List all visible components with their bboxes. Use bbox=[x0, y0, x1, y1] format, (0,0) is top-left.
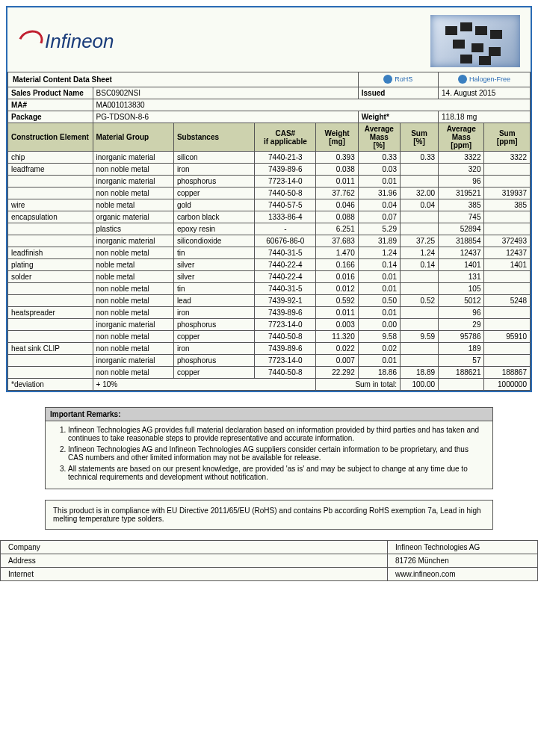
column-headers: Construction Element Material Group Subs… bbox=[8, 123, 531, 152]
table-row: inorganic materialphosphorus7723-14-00.0… bbox=[8, 319, 531, 331]
table-row: non noble metalcopper7440-50-837.76231.9… bbox=[8, 188, 531, 199]
table-row: encapsulationorganic materialcarbon blac… bbox=[8, 211, 531, 223]
package-value: PG-TDSON-8-6 bbox=[93, 111, 358, 123]
table-row: heatspreadernon noble metaliron7439-89-6… bbox=[8, 307, 531, 319]
ma-label: MA# bbox=[8, 99, 93, 111]
table-row: inorganic materialphosphorus7723-14-00.0… bbox=[8, 355, 531, 367]
table-row: wirenoble metalgold7440-57-50.0460.040.0… bbox=[8, 199, 531, 211]
doc-title: Material Content Data Sheet bbox=[8, 72, 359, 87]
company-box: CompanyInfineon Technologies AG Address8… bbox=[0, 540, 538, 581]
logo-text: Infineon bbox=[45, 30, 114, 53]
issued-value: 14. August 2015 bbox=[439, 87, 531, 99]
table-row: plasticsepoxy resin-6.2515.2952894 bbox=[8, 223, 531, 235]
weight-label: Weight* bbox=[358, 111, 438, 123]
main-table: Material Content Data Sheet RoHS Halogen… bbox=[7, 72, 531, 391]
table-row: non noble metalcopper7440-50-811.3209.58… bbox=[8, 331, 531, 343]
halogenfree-icon bbox=[458, 75, 467, 84]
table-row: inorganic materialphosphorus7723-14-00.0… bbox=[8, 176, 531, 188]
issued-label: Issued bbox=[358, 87, 438, 99]
table-row: leadframenon noble metaliron7439-89-60.0… bbox=[8, 164, 531, 176]
compliance-box: This product is in compliance with EU Di… bbox=[45, 500, 493, 530]
chips-photo bbox=[430, 15, 520, 67]
header: Infineon bbox=[7, 7, 531, 72]
remarks-title: Important Remarks: bbox=[46, 408, 492, 421]
remarks-list: Infineon Technologies AG provides full m… bbox=[53, 426, 485, 481]
remarks-item: All statements are based on our present … bbox=[68, 465, 485, 481]
sales-label: Sales Product Name bbox=[8, 87, 93, 99]
rohs-icon bbox=[383, 75, 392, 84]
remarks-item: Infineon Technologies AG provides full m… bbox=[68, 426, 485, 442]
logo-swirl-icon bbox=[15, 26, 47, 56]
rohs-badge: RoHS bbox=[383, 75, 412, 84]
infineon-logo: Infineon bbox=[18, 30, 114, 53]
table-row: non noble metalcopper7440-50-822.29218.8… bbox=[8, 367, 531, 379]
table-row: soldernoble metalsilver7440-22-40.0160.0… bbox=[8, 271, 531, 283]
table-row: chipinorganic materialsilicon7440-21-30.… bbox=[8, 152, 531, 164]
datasheet-page: Infineon Material Content Data Sheet RoH… bbox=[6, 6, 532, 392]
weight-value: 118.18 mg bbox=[439, 111, 531, 123]
table-row: inorganic materialsilicondioxide60676-86… bbox=[8, 235, 531, 247]
remarks-box: Important Remarks: Infineon Technologies… bbox=[45, 407, 493, 489]
table-row: heat sink CLIPnon noble metaliron7439-89… bbox=[8, 343, 531, 355]
remarks-item: Infineon Technologies AG and Infineon Te… bbox=[68, 445, 485, 462]
sales-value: BSC0902NSI bbox=[93, 87, 358, 99]
halogenfree-badge: Halogen-Free bbox=[458, 75, 510, 84]
table-row: non noble metallead7439-92-10.5920.500.5… bbox=[8, 295, 531, 307]
table-row: non noble metaltin7440-31-50.0120.01105 bbox=[8, 283, 531, 295]
package-label: Package bbox=[8, 111, 93, 123]
ma-value: MA001013830 bbox=[93, 99, 530, 111]
table-row: platingnoble metalsilver7440-22-40.1660.… bbox=[8, 259, 531, 271]
total-row: *deviation + 10% Sum in total: 100.00 10… bbox=[8, 379, 531, 391]
table-row: leadfinishnon noble metaltin7440-31-51.4… bbox=[8, 247, 531, 259]
